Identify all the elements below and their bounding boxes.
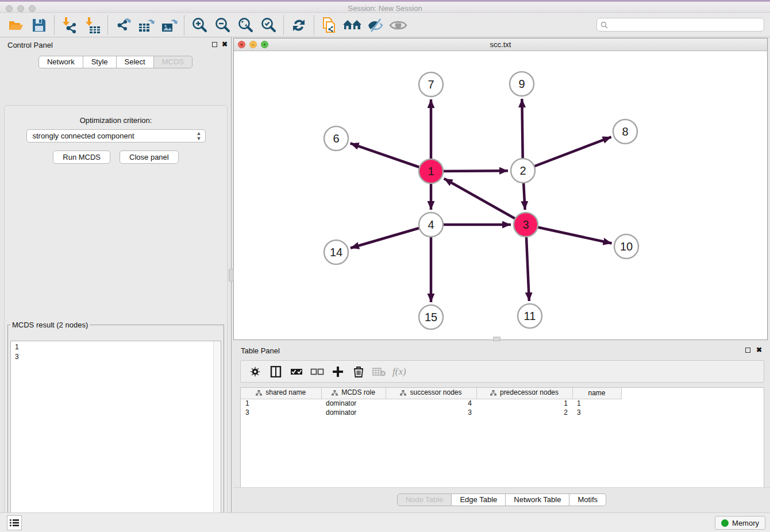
- delete-table-icon[interactable]: [371, 364, 388, 380]
- svg-text:6: 6: [333, 132, 339, 145]
- close-panel-icon[interactable]: ✖: [222, 40, 228, 48]
- svg-text:1: 1: [428, 165, 434, 178]
- toolbar-separator: [107, 16, 108, 35]
- apply-layout-icon[interactable]: [289, 16, 309, 35]
- tab-edge-table[interactable]: Edge Table: [452, 494, 506, 506]
- close-panel-button[interactable]: Close panel: [120, 151, 179, 164]
- import-table-icon[interactable]: [83, 16, 102, 35]
- mcds-result-group: MCDS result (2 nodes) 1 3: [7, 321, 224, 532]
- memory-status-icon: [721, 519, 729, 527]
- col-shared-name[interactable]: shared name: [241, 388, 321, 399]
- table-panel-title: Table Panel: [241, 346, 280, 355]
- table-settings-icon[interactable]: [247, 364, 264, 380]
- open-session-icon[interactable]: [6, 16, 26, 35]
- col-successor-nodes[interactable]: successor nodes: [386, 388, 476, 399]
- tab-network-table[interactable]: Network Table: [506, 494, 569, 506]
- table-tabstrip: Node Table Edge Table Network Table Moti…: [233, 487, 770, 512]
- memory-button[interactable]: Memory: [715, 516, 765, 530]
- svg-text:11: 11: [524, 310, 536, 322]
- svg-text:3: 3: [522, 218, 529, 231]
- tab-select[interactable]: Select: [117, 56, 154, 68]
- float-panel-icon[interactable]: [212, 42, 217, 47]
- export-network-icon[interactable]: [113, 16, 133, 35]
- network-canvas[interactable]: 7968124314101511: [234, 51, 767, 340]
- export-table-icon[interactable]: [136, 16, 156, 35]
- network-view-window: × − + scc.txt 7968124314101511: [233, 38, 768, 340]
- add-column-icon[interactable]: [329, 364, 346, 380]
- zoom-fit-icon[interactable]: [236, 16, 255, 35]
- result-scrollbar[interactable]: [213, 341, 221, 532]
- svg-text:10: 10: [620, 240, 633, 253]
- list-icon: [10, 519, 19, 527]
- criterion-value: strongly connected component: [33, 132, 134, 140]
- toolbar-separator: [184, 16, 184, 35]
- search-input[interactable]: [610, 21, 760, 29]
- table-row[interactable]: 1 dominator 4 1 1: [241, 399, 621, 408]
- mcds-result-area[interactable]: 1 3: [10, 341, 221, 532]
- control-panel-title: Control Panel: [7, 41, 53, 49]
- function-builder-icon[interactable]: f(x): [392, 366, 406, 377]
- show-columns-icon[interactable]: [267, 364, 284, 380]
- status-bar: Memory: [0, 512, 770, 532]
- svg-text:15: 15: [425, 311, 437, 323]
- svg-text:7: 7: [428, 78, 434, 91]
- table-toolbar: f(x): [240, 360, 764, 383]
- tab-motifs[interactable]: Motifs: [569, 494, 606, 506]
- toolbar-separator: [283, 16, 284, 35]
- tab-mcds[interactable]: MCDS: [154, 56, 192, 68]
- save-session-icon[interactable]: [29, 16, 49, 35]
- col-predecessor-nodes[interactable]: predecessor nodes: [476, 388, 572, 399]
- mcds-result-title: MCDS result (2 nodes): [10, 321, 90, 329]
- svg-text:14: 14: [330, 246, 342, 259]
- optimization-criterion-label: Optimization criterion:: [5, 116, 227, 125]
- table-header-row[interactable]: shared name MCDS role successor nodes pr…: [241, 388, 621, 399]
- float-table-panel-icon[interactable]: [745, 348, 750, 353]
- zoom-in-icon[interactable]: [190, 16, 209, 35]
- tab-style[interactable]: Style: [83, 56, 117, 68]
- toolbar-separator: [314, 16, 314, 35]
- horizontal-splitter-handle[interactable]: [493, 337, 500, 341]
- control-panel-tabs: Network Style Select MCDS: [0, 56, 231, 68]
- deselect-all-icon[interactable]: [309, 364, 326, 380]
- birds-eye-view-icon[interactable]: [388, 16, 408, 35]
- toggle-labels-icon[interactable]: [365, 16, 385, 35]
- svg-text:4: 4: [428, 218, 434, 231]
- select-all-icon[interactable]: [288, 364, 305, 380]
- mcds-result-text: 1 3: [11, 341, 213, 532]
- zoom-selected-icon[interactable]: [259, 16, 278, 35]
- column-type-icon: [490, 390, 496, 398]
- zoom-out-icon[interactable]: [213, 16, 232, 35]
- col-mcds-role[interactable]: MCDS role: [321, 388, 386, 399]
- vertical-splitter-handle[interactable]: [229, 269, 234, 282]
- table-row[interactable]: 3 dominator 3 2 3: [241, 408, 621, 417]
- svg-text:9: 9: [518, 78, 525, 90]
- window-title: Session: New Session: [0, 4, 770, 13]
- control-panel: Control Panel ✖ Network Style Select MCD…: [0, 37, 232, 512]
- import-network-icon[interactable]: [60, 16, 79, 35]
- network-window-titlebar[interactable]: × − + scc.txt: [234, 38, 767, 51]
- tab-network[interactable]: Network: [38, 56, 83, 68]
- toolbar-separator: [54, 16, 55, 35]
- search-field[interactable]: [596, 18, 764, 32]
- mcds-panel-body: Optimization criterion: strongly connect…: [4, 105, 228, 532]
- node-table: shared name MCDS role successor nodes pr…: [240, 387, 764, 487]
- copy-view-icon[interactable]: [319, 16, 339, 35]
- delete-column-icon[interactable]: [350, 364, 367, 380]
- criterion-select[interactable]: strongly connected component ▲▼: [26, 129, 206, 142]
- svg-text:8: 8: [622, 125, 628, 138]
- svg-text:2: 2: [519, 164, 526, 177]
- home-view-icon[interactable]: [342, 16, 362, 35]
- column-type-icon: [332, 390, 338, 398]
- main-toolbar: [0, 13, 770, 37]
- tab-node-table[interactable]: Node Table: [397, 494, 452, 506]
- table-panel: Table Panel ✖ f(x) shared: [233, 342, 770, 512]
- column-type-icon: [256, 390, 262, 398]
- task-history-button[interactable]: [7, 515, 22, 530]
- search-icon: [600, 21, 608, 29]
- close-table-panel-icon[interactable]: ✖: [756, 346, 762, 354]
- run-mcds-button[interactable]: Run MCDS: [53, 151, 110, 164]
- memory-label: Memory: [732, 519, 759, 527]
- export-image-icon[interactable]: [159, 16, 179, 35]
- network-graph: 7968124314101511: [234, 51, 767, 340]
- col-name[interactable]: name: [572, 388, 621, 399]
